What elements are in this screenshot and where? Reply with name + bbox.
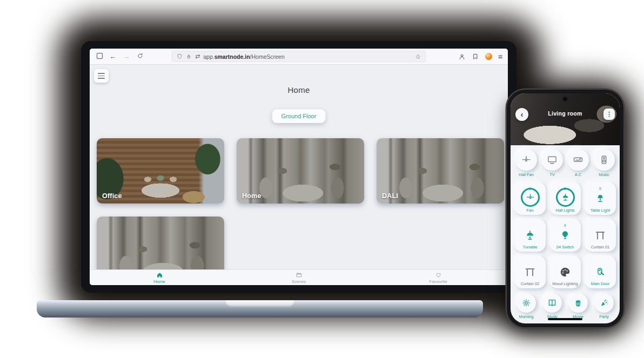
app-menu-icon[interactable]: ≡ — [498, 52, 502, 61]
stage: ← → ⇄ app.smartnode.in/HomeScreen ☆ ≡ Ho… — [0, 0, 644, 358]
nav-label: Scenes — [292, 279, 306, 284]
device-label: Music — [592, 172, 616, 177]
device-ac[interactable]: A.C — [566, 149, 590, 177]
device-label: Fan — [514, 208, 546, 213]
scene-party[interactable]: Party — [592, 293, 616, 319]
url-text: app.smartnode.in/HomeScreen — [203, 53, 285, 60]
reload-icon[interactable] — [136, 52, 144, 60]
laptop-base — [37, 300, 483, 318]
browser-toolbar: ← → ⇄ app.smartnode.in/HomeScreen ☆ ≡ — [90, 49, 508, 65]
device-main-door[interactable]: Main Door — [585, 255, 616, 288]
device-label: A.C — [566, 172, 590, 177]
scene-movie[interactable]: Movie — [566, 293, 590, 319]
room-label: Home — [242, 192, 261, 200]
device-tunable[interactable]: Tunable — [514, 219, 546, 252]
nav-scenes[interactable]: Scenes — [229, 270, 368, 285]
scene-label: Party — [592, 314, 616, 319]
browser-window: ← → ⇄ app.smartnode.in/HomeScreen ☆ ≡ Ho… — [90, 49, 508, 285]
device-fan[interactable]: Fan — [514, 182, 546, 215]
more-options-button[interactable]: ⋮ — [603, 109, 615, 120]
page-title: Home — [90, 85, 508, 94]
back-icon[interactable]: ← — [109, 53, 117, 60]
tab-overview-icon[interactable] — [95, 53, 104, 60]
nav-favourite[interactable]: Favourite — [368, 270, 508, 285]
door-lock-icon — [594, 266, 606, 278]
room-label: DALI — [382, 192, 398, 200]
device-tv[interactable]: TV — [540, 149, 564, 177]
camera-punch-hole — [563, 97, 568, 102]
air-conditioner-icon — [573, 154, 583, 165]
bell-icon — [528, 184, 532, 193]
lock-icon — [186, 53, 192, 59]
url-bar[interactable]: ⇄ app.smartnode.in/HomeScreen ☆ — [172, 51, 426, 62]
sidebar-toggle-button[interactable] — [94, 69, 109, 83]
room-card-home[interactable]: Home — [237, 138, 364, 204]
scene-morning[interactable]: Morning — [514, 293, 538, 319]
device-curtain-01[interactable]: Curtain 01 — [585, 219, 616, 252]
device-label: Tunable — [514, 245, 546, 249]
phone-frame: ‹ Living room ⋮ Hall Fan TV — [507, 90, 623, 327]
device-mood-lighting[interactable]: Mood Lighting — [549, 255, 581, 288]
device-label: Hall Lights — [549, 208, 581, 213]
nav-home[interactable]: Home — [90, 270, 229, 285]
scene-label: Morning — [514, 314, 538, 319]
pocket-save-icon[interactable] — [472, 53, 479, 60]
tracking-toggle-icon[interactable]: ⇄ — [195, 53, 200, 60]
bell-icon — [563, 220, 567, 230]
shield-icon — [177, 53, 183, 59]
curtain-icon — [594, 229, 606, 241]
home-indicator[interactable] — [548, 318, 582, 320]
device-label: Curtain 02 — [514, 281, 546, 286]
speaker-icon — [599, 154, 609, 165]
device-label: Table Light — [585, 208, 616, 213]
book-icon — [547, 298, 557, 308]
device-04-switch[interactable]: 04 Switch — [549, 219, 581, 252]
tv-icon — [547, 154, 558, 165]
forward-icon[interactable]: → — [122, 53, 131, 60]
room-cards: Office Home DALI Bedroom — [97, 138, 504, 282]
sun-icon — [521, 298, 531, 308]
device-hall-fan[interactable]: Hall Fan — [514, 149, 538, 177]
nav-label: Favourite — [429, 279, 447, 284]
device-label: TV — [540, 172, 564, 177]
device-label: Mood Lighting — [549, 281, 581, 286]
palette-icon — [559, 266, 571, 278]
heart-icon — [435, 272, 442, 279]
pendant-light-icon — [524, 229, 536, 241]
bell-icon — [598, 184, 602, 193]
popcorn-icon — [573, 298, 583, 308]
account-icon[interactable] — [458, 53, 466, 60]
clapperboard-icon — [296, 272, 303, 279]
device-label: 04 Switch — [549, 245, 581, 249]
curtain-icon — [524, 266, 536, 278]
device-panel: Hall Fan TV A.C Music — [511, 145, 620, 323]
room-label: Office — [102, 192, 122, 200]
device-label: Curtain 01 — [585, 245, 616, 249]
bulb-icon — [559, 229, 571, 241]
pendant-light-icon — [561, 193, 570, 202]
nav-label: Home — [153, 279, 165, 284]
home-screen: Home Ground Floor Office Home DALI Bedr — [90, 65, 508, 285]
scene-study[interactable]: Study — [540, 293, 564, 319]
bell-icon — [563, 184, 567, 193]
table-lamp-icon — [594, 193, 606, 205]
room-header-image: ‹ Living room ⋮ — [511, 93, 620, 145]
toolbar-right-icons: ≡ — [458, 52, 502, 61]
device-curtain-02[interactable]: Curtain 02 — [514, 255, 546, 288]
room-card-office[interactable]: Office — [97, 138, 224, 204]
extension-icon[interactable] — [485, 53, 492, 60]
bookmark-star-icon[interactable]: ☆ — [415, 53, 421, 60]
quick-device-row: Hall Fan TV A.C Music — [514, 149, 616, 177]
party-popper-icon — [599, 298, 609, 308]
device-music[interactable]: Music — [592, 149, 616, 177]
device-hall-lights[interactable]: Hall Lights — [549, 182, 581, 215]
device-table-light[interactable]: Table Light — [585, 182, 616, 215]
device-card-grid: Fan Hall Lights Table Light Tuna — [514, 182, 616, 288]
scene-row: Morning Study Movie Party — [514, 293, 616, 319]
room-card-dali[interactable]: DALI — [377, 138, 504, 204]
home-icon — [156, 272, 163, 279]
ground-floor-button[interactable]: Ground Floor — [272, 109, 326, 123]
device-label: Main Door — [585, 281, 616, 286]
ceiling-fan-icon — [521, 154, 532, 165]
bottom-navigation: Home Scenes Favourite — [90, 269, 508, 285]
